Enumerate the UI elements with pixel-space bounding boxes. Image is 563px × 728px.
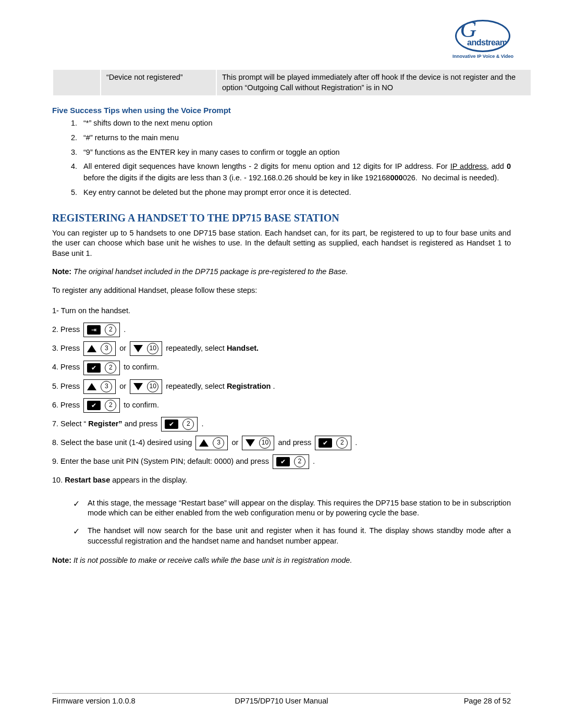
down-arrow-icon [246,439,255,447]
step-text: to confirm. [124,363,159,371]
key-up-3: 3 [83,341,116,356]
step-text: . [355,438,357,447]
key-down-10: 10 [130,341,162,356]
list-item: “#” returns to the main menu [79,132,511,144]
tips-list: “*” shifts down to the next menu option … [52,118,511,199]
check-icon: ✔ [87,401,101,410]
step-5: 5. Press 3 or 10 repeatedly, select Regi… [52,379,511,394]
list-item: “9” functions as the ENTER key in many c… [79,147,511,158]
footer-mid: DP715/DP710 User Manual [205,697,358,705]
step-bold: Restart base [65,476,110,484]
step-text: 5. Press [52,382,82,390]
up-arrow-icon [87,345,96,352]
note-line: Note: It is not possible to make or rece… [52,556,511,566]
step-text: . [313,457,315,465]
tips-heading: Five Success Tips when using the Voice P… [52,106,532,115]
step-text: 3. Press [52,344,82,352]
step-bold: Registration [227,382,271,390]
check-icon: ✔ [165,419,178,429]
key-ok-2: ✔ 2 [83,398,120,413]
logo-brand-text: andstream [467,38,507,47]
list-item: All entered digit sequences have known l… [79,161,511,184]
step-text: and press [278,438,313,447]
section-paragraph: To register any additional Handset, plea… [52,286,511,296]
key-circle: 2 [336,437,348,449]
key-down-10: 10 [130,379,162,394]
step-text: 4. Press [52,363,82,371]
table-cell-desc: This prompt will be played immediately a… [216,69,531,96]
key-up-3: 3 [83,379,116,394]
logo-oval: G andstream [455,20,510,52]
key-circle: 2 [294,456,305,467]
key-ok-2: ✔ 2 [315,436,351,450]
step-text: appears in the display. [112,476,187,484]
up-arrow-icon [87,383,96,390]
step-9: 9. Enter the base unit PIN (System PIN; … [52,454,511,469]
footer-left: Firmware version 1.0.0.8 [52,697,205,705]
menu-icon: ⇥ [87,325,101,335]
step-text: . [273,382,275,390]
note-body: The original handset included in the DP7… [74,267,348,276]
table-row: “Device not registered” This prompt will… [53,69,531,96]
check-icon: ✔ [276,457,290,466]
key-ok-2: ✔ 2 [273,454,309,469]
key-circle: 2 [182,418,194,430]
prompt-table: “Device not registered” This prompt will… [52,69,532,96]
note-label: Note: [52,556,71,564]
down-arrow-icon [133,345,143,352]
note-line: Note: The original handset included in t… [52,267,511,277]
down-arrow-icon [133,383,143,390]
check-list: At this stage, the message “Restart base… [52,498,511,546]
step-text: 9. Enter the base unit PIN (System PIN; … [52,457,271,465]
key-circle: 2 [105,324,116,336]
logo-wrap: G andstream Innovative IP Voice & Video [31,16,532,66]
logo-tagline: Innovative IP Voice & Video [452,54,513,59]
key-ok-2: ✔ 2 [83,361,120,375]
document-page: G andstream Innovative IP Voice & Video … [0,0,563,728]
step-2: 2. Press ⇥ 2 . [52,323,511,337]
key-circle: 10 [147,381,158,392]
list-item: “*” shifts down to the next menu option [79,118,511,129]
key-circle: 3 [213,437,224,449]
step-3: 3. Press 3 or 10 repeatedly, select Hand… [52,341,511,356]
table-cell-prompt: “Device not registered” [101,69,216,96]
step-text: repeatedly, select [166,382,227,390]
footer-right: Page 28 of 52 [358,697,511,705]
key-menu-2: ⇥ 2 [83,323,120,337]
step-text: 6. Press [52,401,80,409]
step-8: 8. Select the base unit (1-4) desired us… [52,436,511,450]
key-circle: 10 [147,343,158,354]
step-text: . [124,325,126,334]
check-icon: ✔ [319,438,332,448]
step-4: 4. Press ✔ 2 to confirm. [52,360,511,375]
note-label: Note: [52,267,71,276]
check-icon: ✔ [87,363,101,373]
step-bold: Register” [88,419,122,428]
table-cell-blank [53,69,101,96]
step-text: or [119,382,128,390]
step-text: 8. Select the base unit (1-4) desired us… [52,438,194,447]
step-text: repeatedly, select [166,344,227,352]
brand-logo: G andstream Innovative IP Voice & Video [452,20,513,59]
step-text: or [232,438,241,447]
step-text: 2. Press [52,325,82,334]
key-circle: 3 [101,381,112,392]
step-text: and press [125,419,160,428]
section-paragraph: You can register up to 5 handsets to one… [52,228,511,259]
step-10: 10. Restart base appears in the display. [52,473,511,488]
key-up-3: 3 [195,436,228,450]
up-arrow-icon [199,439,209,447]
key-circle: 2 [105,362,116,374]
step-text: 7. Select “ [52,419,86,428]
step-text: or [119,344,128,352]
key-circle: 3 [101,343,112,354]
key-circle: 2 [105,400,116,411]
key-ok-2: ✔ 2 [161,417,198,431]
step-text: . [201,419,203,428]
list-item: At this stage, the message “Restart base… [73,498,511,519]
footer-rule [52,693,511,694]
step-7: 7. Select “ Register” and press ✔ 2 . [52,417,511,431]
list-item: The handset will now search for the base… [73,526,511,546]
list-item: Key entry cannot be deleted but the phon… [79,187,511,199]
key-down-10: 10 [242,436,274,450]
